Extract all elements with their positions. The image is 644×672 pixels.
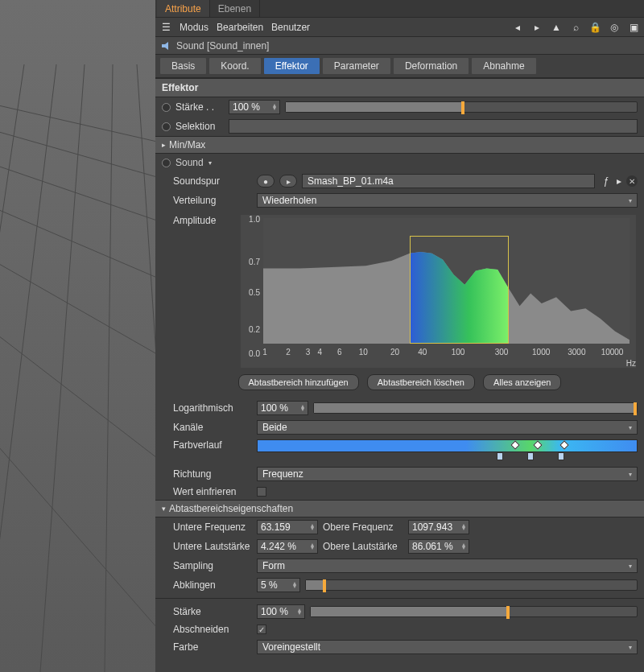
input-obere-laut[interactable]: 86.061 %▴▾: [408, 539, 469, 554]
soundspur-more-icon[interactable]: ▸: [617, 175, 621, 187]
svg-line-10: [105, 64, 113, 672]
subtab-deformation[interactable]: Deformation: [394, 58, 469, 74]
attribute-toolbar: ☰ Modus Bearbeiten Benutzer ◂ ▸ ▲ ⌕ 🔒 ◎ …: [155, 18, 644, 37]
disclosure-minmax[interactable]: ▸ Min/Max: [155, 136, 644, 154]
label-abschneiden: Abschneiden: [162, 624, 252, 635]
label-abklingen: Abklingen: [162, 579, 252, 591]
fcurve-icon[interactable]: ƒ: [600, 175, 612, 187]
input-untere-freq[interactable]: 63.159▴▾: [257, 520, 318, 534]
chevron-down-icon: ▾: [162, 505, 166, 513]
amplitude-spectrum-graph[interactable]: 1.0 0.7 0.5 0.2 0.0: [241, 215, 636, 368]
object-name: Sound [Sound_innen]: [176, 40, 269, 52]
menu-modus[interactable]: Modus: [180, 22, 208, 33]
lock-icon[interactable]: 🔒: [589, 22, 601, 33]
input-untere-laut[interactable]: 4.242 %▴▾: [257, 539, 318, 554]
viewport-3d[interactable]: [0, 0, 155, 672]
svg-line-2: [0, 153, 155, 249]
input-abklingen[interactable]: 5 %▴▾: [257, 578, 300, 592]
label-untere-freq: Untere Frequenz: [162, 522, 252, 533]
label-selektion: Selektion: [175, 121, 224, 132]
label-verteilung: Verteilung: [162, 195, 252, 206]
label-sampling: Sampling: [162, 560, 252, 571]
label-amplitude: Amplitude: [162, 215, 236, 368]
label-farbe: Farbe: [162, 641, 252, 653]
attribute-body: Effektor Stärke . . 100 %▴▾ Selektion ▸ …: [155, 78, 644, 672]
anim-dot-sound[interactable]: [162, 159, 171, 167]
dropdown-sampling[interactable]: Form▾: [257, 559, 638, 573]
label-sound-group: Sound: [175, 157, 204, 168]
gradient-editor[interactable]: [257, 439, 638, 452]
btn-add-range[interactable]: Abtastbereich hinzufügen: [238, 374, 359, 390]
input-staerke[interactable]: 100 %▴▾: [229, 100, 280, 114]
nav-fwd-icon[interactable]: ▸: [531, 22, 543, 33]
slider-logarithmisch[interactable]: [313, 402, 638, 414]
selection-rectangle[interactable]: [410, 236, 509, 344]
chevron-down-icon[interactable]: ▾: [208, 159, 212, 167]
subtab-abnahme[interactable]: Abnahme: [472, 58, 535, 74]
target-icon[interactable]: ◎: [609, 22, 620, 33]
dropdown-kanaele[interactable]: Beide▾: [257, 420, 638, 435]
sound-object-icon: [160, 40, 171, 52]
svg-marker-12: [162, 42, 168, 50]
label-abtast-eig: Abtastbereichseigenschaften: [169, 503, 293, 514]
label-kanaele: Kanäle: [162, 422, 252, 433]
gradient-handle[interactable]: [497, 452, 503, 460]
gradient-handle[interactable]: [527, 452, 534, 460]
subtab-parameter[interactable]: Parameter: [323, 58, 390, 74]
soundspur-play-button[interactable]: ▸: [279, 175, 297, 188]
axis-unit-hz: Hz: [626, 359, 636, 368]
tab-attribute[interactable]: Attribute: [157, 0, 210, 17]
gradient-handle[interactable]: [558, 452, 564, 460]
label-untere-laut: Untere Lautstärke: [162, 541, 252, 552]
anim-dot-staerke[interactable]: [162, 103, 171, 112]
label-richtung: Richtung: [162, 468, 252, 480]
new-icon[interactable]: ▣: [628, 22, 639, 33]
label-wert-einfrieren: Wert einfrieren: [162, 486, 252, 497]
svg-line-0: [0, 97, 155, 161]
attribute-subtabs: Basis Koord. Effektor Parameter Deformat…: [155, 55, 644, 78]
svg-line-6: [0, 402, 155, 672]
panel-tabs: Attribute Ebenen: [155, 0, 644, 18]
label-obere-freq: Obere Frequenz: [323, 522, 403, 533]
slider-staerke2[interactable]: [310, 606, 638, 617]
svg-line-3: [0, 193, 155, 314]
svg-line-9: [40, 64, 85, 672]
dropdown-farbe[interactable]: Voreingestellt▾: [257, 640, 638, 654]
nav-up-icon[interactable]: ▲: [551, 22, 562, 33]
menu-benutzer[interactable]: Benutzer: [271, 22, 310, 33]
nav-back-icon[interactable]: ◂: [512, 22, 523, 33]
anim-dot-selektion[interactable]: [162, 122, 171, 131]
subtab-effektor[interactable]: Effektor: [264, 58, 320, 74]
svg-line-11: [137, 64, 155, 672]
checkbox-wert-einfrieren[interactable]: [257, 487, 266, 497]
btn-del-range[interactable]: Abtastbereich löschen: [367, 374, 475, 390]
soundspur-clear-icon[interactable]: ✕: [626, 175, 638, 187]
disclosure-abtast-eig[interactable]: ▾ Abtastbereichseigenschaften: [155, 500, 644, 517]
svg-line-8: [0, 64, 56, 672]
dropdown-richtung[interactable]: Frequenz▾: [257, 467, 638, 481]
tab-ebenen[interactable]: Ebenen: [210, 0, 260, 17]
label-staerke: Stärke . .: [175, 101, 224, 113]
label-farbverlauf: Farbverlauf: [162, 439, 252, 451]
search-icon[interactable]: ⌕: [570, 22, 581, 33]
checkbox-abschneiden[interactable]: ✓: [257, 625, 266, 634]
soundspur-record-button[interactable]: ●: [257, 175, 275, 188]
slider-abklingen[interactable]: [305, 579, 638, 591]
input-obere-freq[interactable]: 1097.943▴▾: [408, 520, 469, 534]
input-staerke2[interactable]: 100 %▴▾: [257, 604, 305, 619]
attribute-manager-panel: Attribute Ebenen ☰ Modus Bearbeiten Benu…: [155, 0, 644, 672]
dropdown-verteilung[interactable]: Wiederholen▾: [257, 193, 638, 208]
label-logarithmisch: Logarithmisch: [162, 402, 252, 414]
input-soundfile[interactable]: Smash_BP_01.m4a: [302, 174, 595, 188]
subtab-basis[interactable]: Basis: [160, 58, 206, 74]
btn-show-all[interactable]: Alles anzeigen: [483, 374, 562, 390]
slider-staerke[interactable]: [285, 101, 638, 113]
menu-bearbeiten[interactable]: Bearbeiten: [217, 22, 263, 33]
subtab-koord[interactable]: Koord.: [209, 58, 260, 74]
chevron-right-icon: ▸: [162, 141, 166, 149]
label-staerke2: Stärke: [162, 606, 252, 617]
input-selektion[interactable]: [229, 119, 638, 134]
input-logarithmisch[interactable]: 100 %▴▾: [257, 401, 308, 415]
section-effektor-header: Effektor: [155, 78, 644, 97]
list-icon[interactable]: ☰: [160, 22, 171, 33]
